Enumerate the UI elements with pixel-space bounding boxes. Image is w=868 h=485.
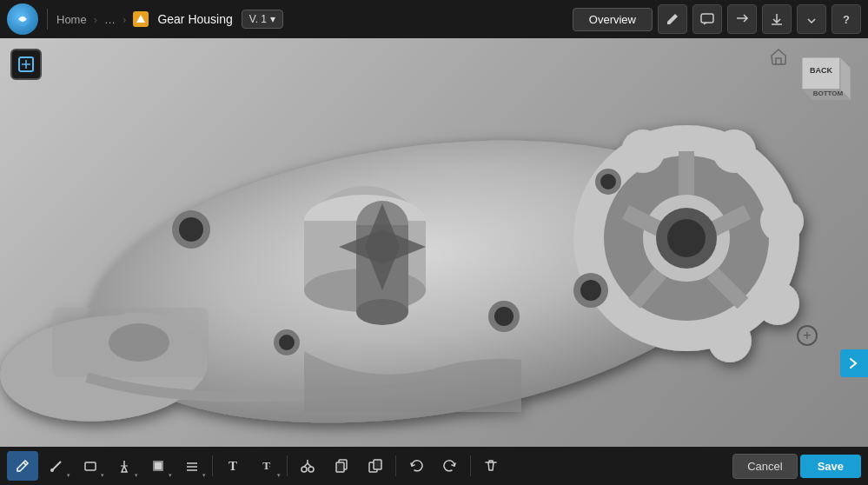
top-navigation-bar: Home › … › Gear Housing V. 1 ▾ Overview: [0, 0, 868, 38]
share-button[interactable]: [727, 4, 757, 34]
nav-divider: [47, 9, 48, 30]
paste-tool-button[interactable]: [360, 451, 391, 481]
save-button[interactable]: Save: [800, 455, 861, 478]
svg-rect-37: [52, 308, 209, 377]
delete-button[interactable]: [475, 451, 507, 481]
svg-point-11: [756, 282, 799, 325]
hatch-tool-button[interactable]: [176, 451, 208, 481]
svg-point-30: [494, 307, 514, 326]
document-title: Gear Housing: [157, 12, 232, 26]
undo-button[interactable]: [401, 451, 432, 481]
svg-point-58: [308, 467, 314, 472]
svg-rect-61: [336, 462, 344, 472]
svg-point-12: [708, 319, 752, 362]
toolbar-separator-2: [287, 455, 288, 476]
breadcrumb-sep2: ›: [123, 13, 126, 26]
svg-point-9: [712, 130, 756, 173]
app-logo[interactable]: [7, 3, 38, 35]
3d-model-view: [0, 38, 868, 447]
svg-point-24: [356, 299, 408, 325]
svg-rect-50: [85, 462, 96, 470]
comment-button[interactable]: [692, 4, 722, 34]
sketch-mode-icon[interactable]: [10, 49, 42, 80]
document-type-icon: [133, 11, 149, 27]
svg-point-8: [621, 130, 665, 173]
breadcrumb-sep1: ›: [94, 13, 97, 26]
svg-point-10: [760, 199, 804, 242]
download-button[interactable]: [762, 4, 792, 34]
version-selector[interactable]: V. 1 ▾: [242, 10, 283, 29]
point-tool-button[interactable]: [109, 451, 140, 481]
text-tool-button[interactable]: T: [217, 451, 248, 481]
svg-point-34: [580, 280, 601, 301]
cancel-button[interactable]: Cancel: [732, 454, 797, 479]
trim-tool-button[interactable]: [292, 451, 323, 481]
bottom-toolbar: T T ·: [0, 447, 868, 485]
svg-line-48: [52, 462, 61, 470]
svg-point-49: [50, 468, 54, 472]
toolbar-separator-1: [212, 455, 213, 476]
svg-rect-63: [374, 460, 381, 469]
breadcrumb-home[interactable]: Home: [56, 13, 87, 26]
more-options-button[interactable]: [797, 4, 826, 34]
svg-point-32: [279, 335, 295, 350]
pencil-tool-button[interactable]: [7, 451, 38, 481]
home-view-button[interactable]: [769, 47, 788, 70]
canvas-area[interactable]: BACK BOTTOM: [0, 38, 868, 447]
svg-point-39: [600, 174, 616, 189]
help-button[interactable]: ?: [832, 4, 861, 34]
expand-panel-button[interactable]: [840, 349, 868, 377]
redo-button[interactable]: [434, 451, 466, 481]
svg-rect-2: [701, 14, 713, 23]
line-tool-button[interactable]: [41, 451, 72, 481]
fill-tool-button[interactable]: [142, 451, 174, 481]
svg-rect-53: [155, 462, 162, 469]
overview-button[interactable]: Overview: [573, 8, 653, 31]
svg-point-41: [667, 219, 706, 257]
text-leader-tool-button[interactable]: T ·: [251, 451, 282, 481]
edit-button[interactable]: [658, 4, 687, 34]
svg-point-57: [301, 467, 307, 472]
svg-marker-1: [136, 15, 145, 23]
toolbar-separator-3: [395, 455, 396, 476]
rectangle-tool-button[interactable]: [75, 451, 106, 481]
svg-point-28: [179, 217, 203, 242]
pan-target: [797, 325, 818, 346]
copy-tool-button[interactable]: [326, 451, 357, 481]
breadcrumb-ellipsis[interactable]: …: [104, 13, 116, 26]
toolbar-separator-4: [470, 455, 471, 476]
